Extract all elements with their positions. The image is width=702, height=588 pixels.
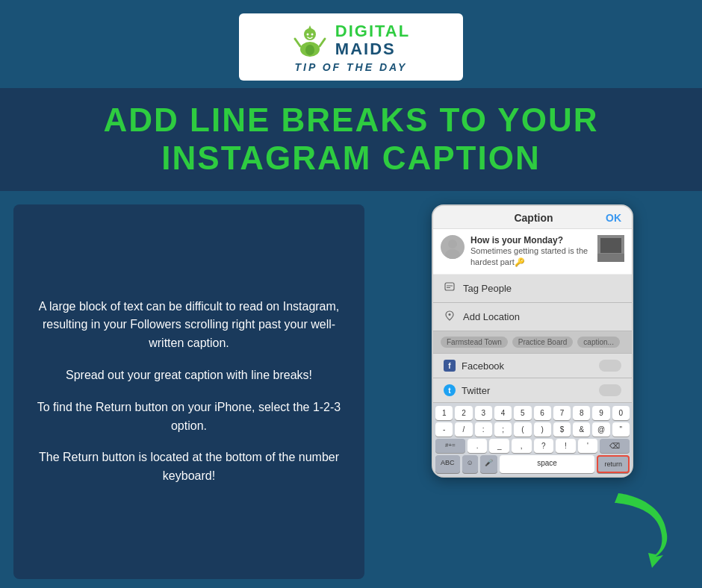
tag-people-icon: [444, 282, 456, 295]
kb-third-row: #+= . _ , ? ! ' ⌫: [435, 439, 630, 453]
kb-space-key[interactable]: space: [500, 455, 595, 473]
main-title: ADD LINE BREAKS TO YOUR INSTAGRAM CAPTIO…: [15, 101, 687, 177]
kb-key-2[interactable]: 2: [455, 406, 472, 420]
svg-marker-4: [307, 25, 313, 32]
caption-thumbnail: [597, 235, 624, 262]
svg-line-2: [295, 39, 300, 46]
facebook-label: Facebook: [462, 360, 504, 372]
kb-key-rparen[interactable]: ): [534, 422, 551, 437]
phone-tags-row: Farmstead Town Practice Board caption...: [433, 331, 632, 354]
kb-key-9[interactable]: 9: [592, 406, 609, 420]
kb-key-amp[interactable]: &: [573, 422, 590, 437]
kb-return-key[interactable]: return: [597, 455, 630, 473]
caption-line1: How is your Monday?: [470, 235, 591, 245]
tip-para3: To find the Return button on your iPhone…: [30, 398, 348, 436]
svg-point-7: [311, 34, 313, 36]
tag-pill-2[interactable]: Practice Board: [512, 337, 574, 348]
tag-people-item[interactable]: Tag People: [433, 275, 632, 303]
twitter-row: t Twitter: [433, 378, 632, 403]
kb-key-dollar[interactable]: $: [553, 422, 571, 437]
twitter-left: t Twitter: [444, 384, 490, 396]
kb-key-3[interactable]: 3: [475, 406, 492, 420]
kb-number-row: 1 2 3 4 5 6 7 8 9 0: [435, 406, 630, 420]
logo-box: DIGITAL MAIDS Tip of the Day: [239, 13, 463, 81]
kb-symbol-row: - / : ; ( ) $ & @ ": [435, 422, 630, 437]
kb-key-question[interactable]: ?: [534, 439, 554, 453]
kb-key-6[interactable]: 6: [534, 406, 551, 420]
kb-mic-key[interactable]: 🎤: [480, 455, 497, 473]
phone-caption-header: Caption OK: [433, 206, 632, 229]
main-container: DIGITAL MAIDS Tip of the Day ADD LINE BR…: [0, 0, 702, 588]
logo-digital: DIGITAL: [335, 22, 410, 40]
phone-gray-section: Tag People Add Location Farmstead Town P…: [433, 275, 632, 403]
svg-rect-12: [600, 238, 621, 253]
kb-key-hash[interactable]: #+=: [435, 439, 465, 453]
caption-ok-button[interactable]: OK: [606, 212, 621, 224]
svg-rect-5: [306, 31, 314, 34]
add-location-label: Add Location: [463, 311, 520, 322]
caption-text-area: How is your Monday? Sometimes getting st…: [433, 229, 632, 275]
svg-point-10: [445, 249, 460, 259]
tip-para2: Spread out your great caption with line …: [30, 366, 348, 385]
logo-tagline: Tip of the Day: [295, 61, 408, 73]
add-location-item[interactable]: Add Location: [433, 303, 632, 331]
facebook-toggle[interactable]: [599, 360, 621, 372]
kb-key-underscore[interactable]: _: [489, 439, 509, 453]
kb-key-colon[interactable]: :: [475, 422, 492, 437]
kb-key-at[interactable]: @: [592, 422, 609, 437]
kb-key-dash[interactable]: -: [435, 422, 453, 437]
kb-key-apos[interactable]: ': [578, 439, 598, 453]
svg-point-9: [448, 240, 457, 248]
digital-maids-icon: [292, 22, 328, 58]
header-section: DIGITAL MAIDS Tip of the Day: [0, 0, 702, 88]
logo-maids: MAIDS: [335, 40, 410, 58]
kb-key-comma[interactable]: ,: [512, 439, 532, 453]
facebook-row: f Facebook: [433, 354, 632, 378]
kb-key-backspace[interactable]: ⌫: [600, 439, 630, 453]
facebook-left: f Facebook: [444, 360, 504, 372]
kb-abc-key[interactable]: ABC: [435, 455, 460, 473]
kb-emoji-key[interactable]: ☺: [462, 455, 478, 473]
svg-rect-13: [597, 254, 624, 262]
kb-key-slash[interactable]: /: [455, 422, 472, 437]
kb-key-0[interactable]: 0: [612, 406, 630, 420]
kb-key-lparen[interactable]: (: [514, 422, 531, 437]
right-phone-area: Caption OK How is your Monday? Sometimes…: [376, 204, 689, 579]
kb-key-period[interactable]: .: [468, 439, 488, 453]
kb-key-exclaim[interactable]: !: [556, 439, 576, 453]
content-section: A large block of text can be difficult t…: [0, 191, 702, 588]
kb-key-8[interactable]: 8: [573, 406, 590, 420]
svg-point-6: [306, 34, 308, 36]
tip-para1: A large block of text can be difficult t…: [30, 298, 348, 353]
kb-key-1[interactable]: 1: [435, 406, 453, 420]
svg-line-3: [320, 39, 325, 46]
phone-keyboard: 1 2 3 4 5 6 7 8 9 0 - /: [433, 403, 632, 476]
svg-point-17: [449, 313, 451, 316]
logo-text-group: DIGITAL MAIDS: [335, 22, 410, 58]
tag-pill-1[interactable]: Farmstead Town: [441, 337, 508, 348]
user-avatar: [441, 235, 465, 259]
kb-bottom-row: ABC ☺ 🎤 space return: [435, 455, 630, 473]
phone-mockup: Caption OK How is your Monday? Sometimes…: [432, 204, 633, 478]
tag-people-label: Tag People: [463, 283, 512, 294]
tag-pill-3[interactable]: caption...: [577, 337, 620, 348]
facebook-icon: f: [444, 360, 456, 372]
twitter-label: Twitter: [462, 385, 490, 396]
caption-text-lines: How is your Monday? Sometimes getting st…: [470, 235, 591, 269]
tip-para4: The Return button is located at the bott…: [30, 448, 348, 486]
title-section: ADD LINE BREAKS TO YOUR INSTAGRAM CAPTIO…: [0, 88, 702, 190]
caption-line2: Sometimes getting started is the hardest…: [470, 245, 591, 269]
svg-point-8: [305, 45, 314, 55]
kb-key-semi[interactable]: ;: [494, 422, 512, 437]
location-icon: [444, 310, 456, 323]
title-line1: ADD LINE BREAKS TO YOUR: [104, 101, 599, 138]
kb-key-4[interactable]: 4: [494, 406, 512, 420]
kb-key-7[interactable]: 7: [553, 406, 571, 420]
kb-key-5[interactable]: 5: [514, 406, 531, 420]
kb-key-quote[interactable]: ": [612, 422, 630, 437]
left-text-block: A large block of text can be difficult t…: [13, 204, 364, 579]
logo-top-row: DIGITAL MAIDS: [292, 22, 410, 58]
twitter-icon: t: [444, 384, 456, 396]
twitter-toggle[interactable]: [599, 384, 621, 396]
green-arrow: [603, 490, 678, 572]
